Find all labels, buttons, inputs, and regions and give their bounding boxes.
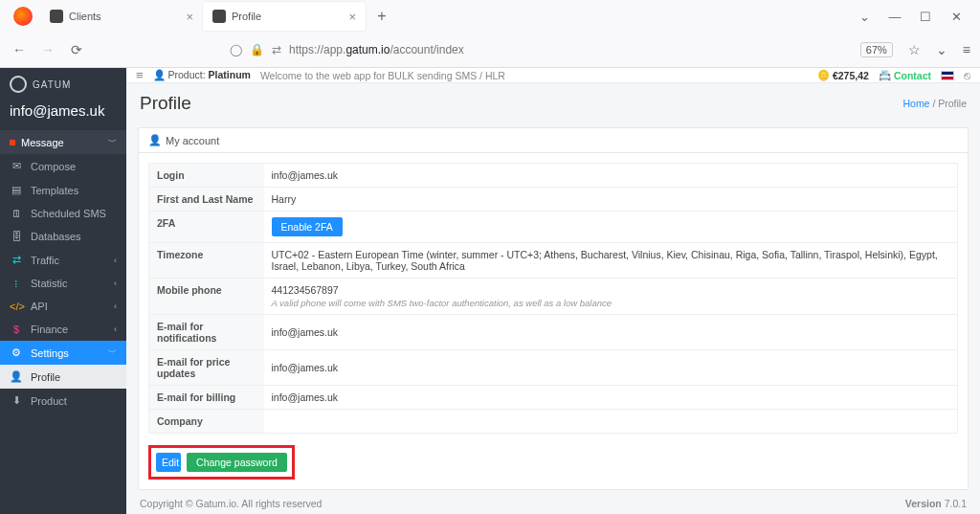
flag-icon[interactable]: [941, 71, 954, 80]
back-button[interactable]: ←: [10, 42, 29, 57]
breadcrumb: Home / Profile: [902, 98, 967, 109]
brand: GATUM: [0, 68, 126, 97]
new-tab-button[interactable]: +: [369, 4, 394, 29]
sidebar-item-settings[interactable]: ⚙Settings﹀: [0, 341, 126, 365]
label-phone: Mobile phone: [149, 279, 264, 315]
value-billing-email: info@james.uk: [264, 386, 958, 410]
sidebar-item-scheduled[interactable]: 🗓Scheduled SMS: [0, 202, 126, 225]
value-timezone: UTC+02 - Eastern European Time (winter, …: [264, 243, 958, 279]
product-icon: ⬇: [10, 394, 23, 407]
copyright: Copyright © Gatum.io. All rights reserve…: [140, 498, 322, 509]
chevron-down-icon[interactable]: ⌄: [858, 10, 871, 24]
label-login: Login: [149, 164, 264, 188]
panel-body: Logininfo@james.uk First and Last NameHa…: [138, 153, 969, 490]
url-bar[interactable]: ◯ 🔒 ⇄ https://app.gatum.io/account/index: [220, 36, 851, 63]
value-login: info@james.uk: [264, 164, 958, 188]
traffic-icon: ⇄: [10, 254, 23, 266]
code-icon: </>: [10, 301, 23, 312]
menu-icon[interactable]: ≡: [963, 42, 970, 57]
sidebar-item-message[interactable]: Message ﹀: [0, 130, 126, 154]
tab-favicon: [50, 10, 63, 23]
sidebar-item-product[interactable]: ⬇Product: [0, 389, 126, 413]
user-email: info@james.uk: [0, 97, 126, 130]
forward-button[interactable]: →: [38, 42, 57, 57]
sidebar-label: Traffic: [31, 255, 59, 266]
pocket-icon[interactable]: ⌄: [936, 42, 947, 57]
phone-hint: A valid phone will come with SMS two-fac…: [272, 298, 950, 308]
breadcrumb-home[interactable]: Home: [902, 98, 929, 109]
label-notif-email: E-mail for notifications: [149, 315, 264, 350]
chevron-down-icon: ﹀: [108, 136, 117, 148]
sidebar-item-databases[interactable]: 🗄Databases: [0, 225, 126, 248]
contact-icon: 📇: [879, 69, 891, 81]
sidebar-item-compose[interactable]: ✉Compose: [0, 154, 126, 178]
template-icon: ▤: [10, 184, 23, 196]
table-row: Logininfo@james.uk: [149, 164, 958, 188]
logo-icon: [10, 76, 27, 93]
contact-link[interactable]: 📇Contact: [879, 69, 931, 81]
sidebar-label: Templates: [31, 185, 78, 196]
table-row: E-mail for billinginfo@james.uk: [149, 386, 958, 410]
sidebar-item-api[interactable]: </>API‹: [0, 295, 126, 318]
tab-label: Profile: [232, 11, 261, 22]
table-row: E-mail for price updatesinfo@james.uk: [149, 350, 958, 386]
edit-button[interactable]: Edit: [156, 453, 181, 472]
profile-table: Logininfo@james.uk First and Last NameHa…: [148, 163, 958, 434]
gear-icon: ⚙: [10, 346, 23, 359]
sidebar-label: Statistic: [31, 278, 68, 289]
label-name: First and Last Name: [149, 188, 264, 212]
label-company: Company: [149, 410, 264, 434]
user-icon: 👤: [10, 370, 23, 383]
bookmark-icon[interactable]: ☆: [908, 42, 921, 57]
sidebar-label: API: [31, 301, 48, 312]
panel-header: 👤 My account: [138, 127, 969, 153]
tab-label: Clients: [69, 11, 101, 22]
sidebar-item-templates[interactable]: ▤Templates: [0, 178, 126, 202]
change-password-button[interactable]: Change password: [187, 453, 287, 472]
compose-icon: ✉: [10, 160, 23, 172]
breadcrumb-current: Profile: [938, 98, 967, 109]
table-row: TimezoneUTC+02 - Eastern European Time (…: [149, 243, 958, 279]
welcome-text: Welcome to the web app for BULK sending …: [260, 70, 505, 81]
sidebar-item-finance[interactable]: $Finance‹: [0, 318, 126, 341]
close-window-icon[interactable]: ✕: [949, 10, 963, 24]
brand-name: GATUM: [33, 79, 71, 90]
chevron-left-icon: ‹: [114, 302, 117, 311]
table-row: 2FAEnable 2FA: [149, 212, 958, 243]
tab-favicon: [212, 10, 226, 23]
sidebar-item-traffic[interactable]: ⇄Traffic‹: [0, 248, 126, 272]
panel-title: My account: [166, 135, 219, 146]
sidebar-label: Profile: [31, 371, 60, 383]
user-icon: 👤: [153, 69, 166, 80]
table-row: Company: [149, 410, 958, 434]
menu-toggle-icon[interactable]: ≡: [136, 68, 144, 82]
lock-icon: 🔒: [250, 43, 264, 56]
label-billing-email: E-mail for billing: [149, 386, 264, 410]
label-timezone: Timezone: [149, 243, 264, 279]
footer: Copyright © Gatum.io. All rights reserve…: [126, 490, 980, 514]
zoom-level[interactable]: 67%: [860, 42, 893, 57]
browser-tab-profile[interactable]: Profile ×: [203, 2, 366, 31]
label-price-email: E-mail for price updates: [149, 350, 264, 386]
balance[interactable]: 🪙€275,42: [817, 69, 869, 81]
page-title: Profile: [140, 93, 191, 114]
browser-chrome: Clients × Profile × + ⌄ — ☐ ✕ ← → ⟳ ◯ 🔒 …: [0, 0, 980, 68]
product-label: 👤 Product: Platinum: [153, 69, 251, 81]
table-row: First and Last NameHarry: [149, 188, 958, 212]
reload-button[interactable]: ⟳: [67, 42, 86, 57]
user-icon: 👤: [148, 134, 162, 146]
close-icon[interactable]: ×: [348, 10, 356, 24]
logout-icon[interactable]: ⎋: [964, 69, 970, 82]
sidebar-item-statistic[interactable]: ⫶Statistic‹: [0, 272, 126, 295]
chevron-left-icon: ‹: [114, 256, 117, 265]
enable-2fa-button[interactable]: Enable 2FA: [272, 217, 343, 236]
table-row: Mobile phone441234567897A valid phone wi…: [149, 279, 958, 315]
settings-toggle-icon: ⇄: [272, 43, 281, 56]
sidebar-item-profile[interactable]: 👤Profile: [0, 365, 126, 389]
chevron-down-icon: ﹀: [108, 346, 117, 359]
close-icon[interactable]: ×: [186, 10, 193, 24]
browser-tab-clients[interactable]: Clients ×: [40, 2, 203, 31]
maximize-icon[interactable]: ☐: [919, 10, 932, 24]
value-name: Harry: [264, 188, 958, 212]
minimize-icon[interactable]: —: [888, 10, 902, 24]
